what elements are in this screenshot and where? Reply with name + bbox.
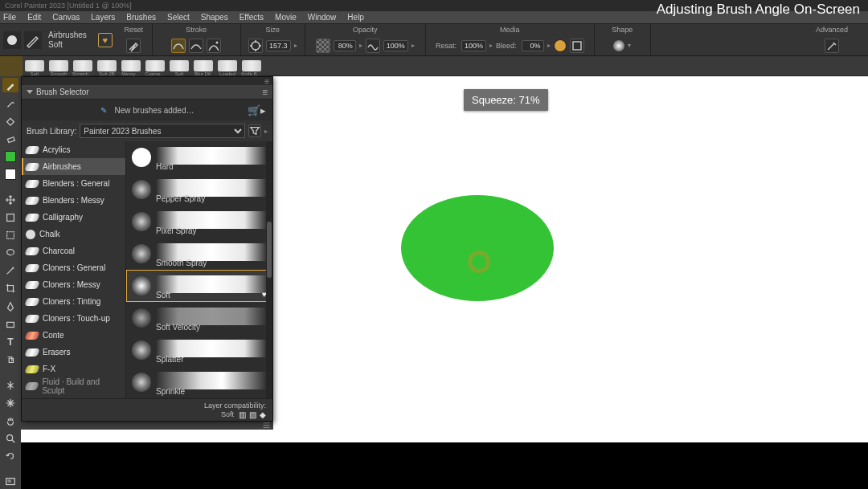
variant-item[interactable]: Splatter bbox=[126, 334, 272, 366]
resat-spin[interactable]: ▸ bbox=[489, 42, 493, 49]
brush-category-list[interactable]: Acrylics Airbrushes Blenders : General B… bbox=[22, 141, 126, 398]
menu-layers[interactable]: Layers bbox=[91, 13, 115, 22]
menu-edit[interactable]: Edit bbox=[27, 13, 41, 22]
opacity-spinner-icon[interactable]: ▸ bbox=[359, 42, 362, 49]
menu-file[interactable]: File bbox=[3, 13, 16, 22]
category-item[interactable]: Calligraphy bbox=[22, 209, 125, 226]
variant-strip-item[interactable]: Messy… bbox=[119, 56, 143, 76]
mirror-tool[interactable] bbox=[2, 378, 18, 393]
crop-tool[interactable] bbox=[2, 281, 18, 295]
category-item[interactable]: Cloners : Tinting bbox=[22, 293, 125, 310]
category-item[interactable]: Acrylics bbox=[22, 141, 125, 158]
variant-strip-item[interactable]: Soft bbox=[167, 56, 191, 76]
color-swatch-fg[interactable] bbox=[2, 149, 18, 164]
transform-tool[interactable] bbox=[2, 210, 18, 225]
grain-value[interactable]: 100% bbox=[383, 40, 408, 51]
menu-shapes[interactable]: Shapes bbox=[201, 13, 228, 22]
variant-strip-item[interactable]: Smooth bbox=[47, 56, 71, 76]
current-brush[interactable]: Airbrushes Soft bbox=[45, 31, 90, 49]
variant-strip-item[interactable]: Scratch… bbox=[71, 56, 95, 76]
clone-tool[interactable] bbox=[2, 352, 18, 367]
variant-item[interactable]: Hard bbox=[126, 141, 272, 173]
paper-selector-icon[interactable] bbox=[570, 39, 584, 53]
opacity-grid-icon[interactable] bbox=[316, 39, 330, 53]
menu-window[interactable]: Window bbox=[308, 13, 337, 22]
dab-preview-icon[interactable] bbox=[3, 31, 21, 49]
collapse-triangle-icon[interactable] bbox=[27, 90, 33, 94]
grain-icon[interactable] bbox=[366, 39, 380, 53]
color-swatch-paper[interactable] bbox=[2, 167, 18, 181]
variant-item-selected[interactable]: Soft ♥ bbox=[126, 270, 272, 302]
filter-icon[interactable] bbox=[248, 124, 261, 137]
lasso-tool[interactable] bbox=[2, 246, 18, 260]
brush-tool-icon[interactable] bbox=[24, 31, 42, 49]
variant-item[interactable]: Sprinkle bbox=[126, 366, 272, 398]
panel-bottom-grip[interactable]: ≡ bbox=[21, 422, 273, 430]
text-tool[interactable]: T bbox=[2, 335, 18, 349]
move-tool[interactable] bbox=[2, 192, 18, 206]
grabber-tool[interactable] bbox=[2, 414, 18, 428]
category-item[interactable]: Fluid · Build and Sculpt bbox=[22, 377, 125, 394]
opacity-value[interactable]: 80% bbox=[334, 40, 356, 51]
panel-grip[interactable]: ≡ bbox=[22, 77, 272, 85]
stroke-options-button[interactable] bbox=[207, 39, 221, 53]
brush-tool[interactable] bbox=[2, 78, 18, 92]
category-item[interactable]: Cloners : Touch-up bbox=[22, 310, 125, 327]
variant-strip-item[interactable]: Blur Dif. bbox=[191, 56, 215, 76]
selection-rect-tool[interactable] bbox=[2, 228, 18, 242]
category-item[interactable]: Chalk bbox=[22, 226, 125, 242]
variant-strip-item[interactable]: Loaded bbox=[215, 56, 240, 76]
size-spinner-icon[interactable]: ▸ bbox=[294, 42, 297, 49]
reset-brush-button[interactable] bbox=[126, 39, 141, 53]
navigator-toggle[interactable] bbox=[2, 475, 18, 489]
bleed-spin[interactable]: ▸ bbox=[547, 42, 551, 49]
category-item[interactable]: F-X bbox=[22, 361, 125, 377]
shape-tool[interactable] bbox=[2, 317, 18, 332]
category-item[interactable]: Charcoal bbox=[22, 242, 125, 259]
favorite-toggle[interactable]: ♥ bbox=[98, 33, 113, 47]
category-item[interactable]: Blenders : Messy bbox=[22, 192, 125, 209]
variant-scrollbar[interactable] bbox=[266, 141, 272, 398]
filter-expand-icon[interactable]: ▸ bbox=[264, 128, 268, 135]
color-swatch[interactable] bbox=[554, 39, 567, 52]
variant-item[interactable]: Pepper Spray bbox=[126, 173, 272, 206]
align-to-path-button[interactable] bbox=[189, 39, 203, 53]
variant-strip-item[interactable]: Coarse… bbox=[143, 56, 167, 76]
dropper-tool[interactable] bbox=[2, 96, 18, 110]
eraser-tool[interactable] bbox=[2, 132, 18, 146]
magnifier-tool[interactable] bbox=[2, 431, 18, 446]
pen-tool[interactable] bbox=[2, 300, 18, 314]
bleed-value[interactable]: 0% bbox=[522, 40, 544, 51]
category-item[interactable]: Cloners : Messy bbox=[22, 276, 125, 293]
menu-select[interactable]: Select bbox=[167, 13, 190, 22]
variant-strip-item[interactable]: Soft bbox=[23, 56, 47, 76]
shape-spin[interactable]: ▾ bbox=[628, 42, 631, 49]
paint-bucket-tool[interactable] bbox=[2, 113, 18, 128]
resat-value[interactable]: 100% bbox=[461, 40, 486, 51]
size-value[interactable]: 157.3 bbox=[266, 40, 291, 51]
advanced-settings-button[interactable] bbox=[825, 39, 839, 53]
panel-title-bar[interactable]: Brush Selector ≡ bbox=[22, 85, 272, 100]
variant-strip-item[interactable]: Soft 2B bbox=[95, 56, 119, 76]
grain-spinner-icon[interactable]: ▸ bbox=[411, 42, 415, 49]
brush-variant-list[interactable]: Hard Pepper Spray Pixel Spray Smooth Spr… bbox=[126, 141, 272, 398]
category-item[interactable]: Blenders : General bbox=[22, 175, 125, 192]
variant-item[interactable]: Soft Velocity bbox=[126, 302, 272, 334]
size-target-icon[interactable] bbox=[248, 39, 263, 53]
divine-tool[interactable] bbox=[2, 396, 18, 410]
category-item[interactable]: Cloners : General bbox=[22, 259, 125, 276]
menu-effects[interactable]: Effects bbox=[240, 13, 264, 22]
variant-item[interactable]: Smooth Spray bbox=[126, 238, 272, 270]
variant-item[interactable]: Pixel Spray bbox=[126, 206, 272, 238]
menu-movie[interactable]: Movie bbox=[275, 13, 297, 22]
magic-wand-tool[interactable] bbox=[2, 263, 18, 278]
variant-strip-item[interactable]: Knife B… bbox=[240, 56, 264, 76]
dab-shape-icon[interactable] bbox=[613, 40, 624, 51]
category-item[interactable]: Erasers bbox=[22, 344, 125, 361]
stroke-preview-icon[interactable] bbox=[171, 39, 186, 53]
menu-help[interactable]: Help bbox=[347, 13, 364, 22]
library-select[interactable]: Painter 2023 Brushes bbox=[80, 124, 245, 138]
new-brushes-banner[interactable]: ✎ New brushes added… 🛒▸ bbox=[22, 100, 272, 120]
rotate-tool[interactable] bbox=[2, 449, 18, 463]
menu-brushes[interactable]: Brushes bbox=[126, 13, 156, 22]
